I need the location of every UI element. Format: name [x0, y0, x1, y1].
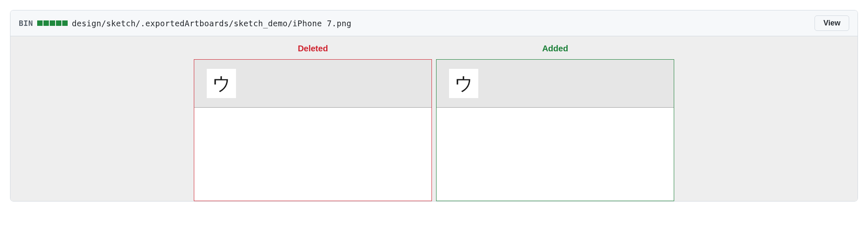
diffstat-block-added	[50, 20, 55, 26]
diffstat-block-added	[43, 20, 49, 26]
diff-body: Deleted Added ウ ウ	[10, 36, 858, 201]
diffstat-blocks	[37, 20, 68, 26]
added-panel[interactable]: ウ	[436, 59, 674, 201]
diffstat-block-added	[37, 20, 43, 26]
file-info: BIN design/sketch/.exportedArtboards/ske…	[19, 19, 351, 28]
bin-label: BIN	[19, 19, 33, 28]
preview-glyph-icon: ウ	[449, 69, 478, 98]
added-label: Added	[436, 44, 674, 59]
file-diff-container: BIN design/sketch/.exportedArtboards/ske…	[10, 10, 858, 202]
diff-panels-row: ウ ウ	[194, 59, 674, 201]
deleted-panel[interactable]: ウ	[194, 59, 432, 201]
preview-topbar-deleted: ウ	[194, 60, 431, 108]
diffstat-block-added	[62, 20, 68, 26]
preview-glyph-icon: ウ	[207, 69, 236, 98]
diff-labels-row: Deleted Added	[194, 44, 674, 59]
view-button[interactable]: View	[815, 15, 849, 31]
diffstat-block-added	[56, 20, 61, 26]
file-header: BIN design/sketch/.exportedArtboards/ske…	[10, 10, 858, 36]
preview-topbar-added: ウ	[437, 60, 674, 108]
file-path[interactable]: design/sketch/.exportedArtboards/sketch_…	[72, 19, 351, 28]
deleted-label: Deleted	[194, 44, 432, 59]
